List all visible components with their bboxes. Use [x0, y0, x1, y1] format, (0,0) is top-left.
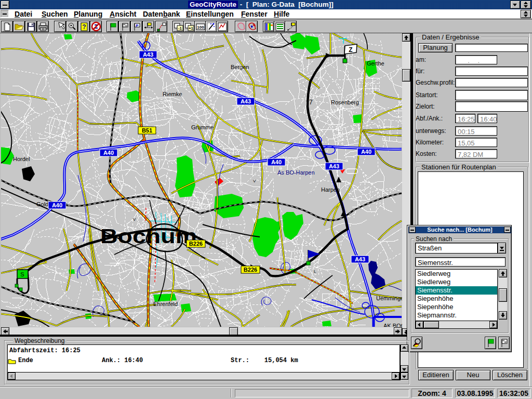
svg-text:100: 100 [197, 25, 204, 30]
svg-text:Gerthe: Gerthe [367, 60, 384, 66]
svg-text:A40: A40 [103, 150, 114, 156]
svg-text:L: L [314, 269, 316, 274]
svg-text:B51: B51 [142, 127, 152, 134]
svg-text:A43: A43 [241, 98, 251, 104]
svg-text:B226: B226 [244, 267, 257, 273]
svg-text:^: ^ [179, 289, 181, 294]
svg-text:A40: A40 [361, 149, 371, 155]
svg-text:Grumme: Grumme [191, 124, 214, 130]
svg-text:A43: A43 [355, 256, 365, 262]
svg-text:Riemke: Riemke [163, 91, 182, 97]
svg-text:V: V [133, 217, 136, 222]
svg-text:V: V [253, 179, 256, 183]
svg-text:?: ? [82, 23, 86, 31]
svg-text:Ehrenfeld: Ehrenfeld [153, 301, 178, 307]
svg-text:Z: Z [349, 46, 352, 54]
svg-text:+1: +1 [189, 26, 194, 31]
svg-text:Hordel: Hordel [13, 156, 30, 162]
svg-text:Bergen: Bergen [231, 64, 249, 70]
svg-text:S: S [20, 271, 24, 277]
svg-text:AK BOC: AK BOC [383, 323, 402, 327]
svg-text:As BO-Harpen: As BO-Harpen [277, 169, 315, 176]
svg-text:Rosenberg: Rosenberg [331, 99, 359, 105]
svg-text:Uemminge: Uemminge [376, 295, 402, 301]
svg-text:V: V [252, 217, 257, 223]
svg-text:A43: A43 [329, 163, 339, 169]
svg-text:B226: B226 [189, 241, 203, 247]
svg-text:7: 7 [309, 99, 313, 106]
svg-text:A40: A40 [271, 159, 282, 165]
svg-text:P: P [136, 23, 139, 28]
svg-text:A43: A43 [143, 51, 153, 58]
svg-text:-1: -1 [178, 26, 182, 31]
svg-text:Bochum: Bochum [100, 225, 197, 247]
svg-text:A40: A40 [52, 202, 62, 208]
svg-text:Harpen: Harpen [321, 187, 340, 193]
